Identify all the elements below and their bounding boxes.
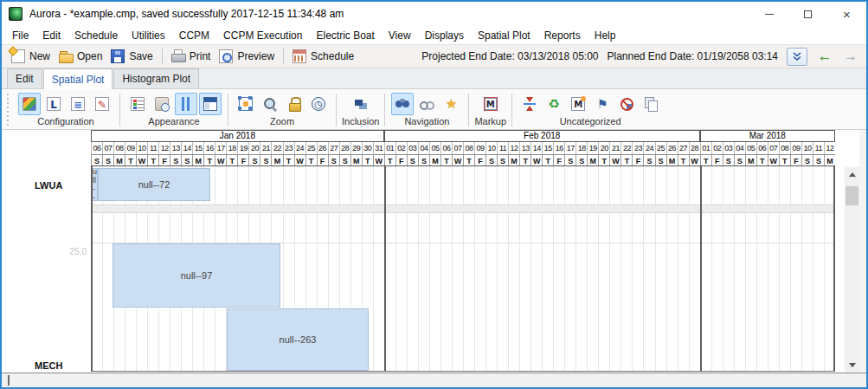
day-gridline [418,166,419,371]
date-cell: 05 [745,142,756,154]
horizontal-scrollbar[interactable] [2,373,866,387]
day-letter-cell: S [418,155,429,165]
date-cell: 04 [418,142,429,154]
next-arrow-button[interactable]: → [842,49,859,63]
edit-pen-button[interactable]: ✎ [91,93,113,115]
edit-pen-icon: ✎ [95,97,109,111]
no-entry-button[interactable] [615,93,638,115]
day-gridline [768,166,768,371]
tab-edit[interactable]: Edit [7,68,42,88]
minimize-button[interactable] [749,2,788,26]
vertical-scrollbar[interactable] [845,167,859,373]
lock-button[interactable] [283,93,305,115]
expand-dates-button[interactable] [787,48,807,66]
day-letter-cell: S [102,155,113,165]
day-gridline [678,166,678,371]
flag-resize-button[interactable]: ⚑ [591,93,614,115]
schedule-icon [293,49,306,63]
task-bar[interactable]: null--263 [227,308,369,371]
save-button-label: Save [129,50,152,62]
menu-item-view[interactable]: View [382,27,418,44]
menu-item-spatial-plot[interactable]: Spatial Plot [471,27,537,44]
label-l-button[interactable]: L [42,93,65,115]
day-gridline [643,166,644,371]
flag-resize-icon: ⚑ [595,97,609,111]
stamp-clock-button[interactable] [151,93,173,115]
vertical-bars-button[interactable] [175,93,197,115]
tab-histogram-plot[interactable]: Histogram Plot [113,68,199,88]
menu-item-edit[interactable]: Edit [35,27,68,44]
link-button[interactable] [415,93,438,115]
menu-item-file[interactable]: File [5,27,35,44]
menu-item-help[interactable]: Help [588,27,623,44]
magnifier-button[interactable] [259,93,281,115]
menu-item-ccpm[interactable]: CCPM [172,27,216,44]
schedule-button[interactable]: Schedule [288,48,358,65]
double-chevron-down-icon [792,51,802,62]
schedule-button-label: Schedule [311,50,354,62]
day-letter-cell: S [248,155,260,165]
menu-item-electric-boat[interactable]: Electric Boat [309,27,381,44]
clock-dropdown-button[interactable]: ◷ [307,93,330,115]
plot-left-border [91,166,93,371]
date-cell: 13 [519,142,530,154]
inclusion-blocks-icon [354,97,368,111]
print-button[interactable]: Print [167,48,215,65]
chart-config-button[interactable] [18,93,41,115]
clock-dropdown-icon: ◷ [312,97,325,111]
markup-m-button[interactable]: M [479,93,502,115]
task-bar[interactable]: null--72 [98,168,210,201]
split-arrows-button[interactable] [518,93,541,115]
new-button[interactable]: New [7,48,55,65]
day-letter-cell: S [260,155,271,165]
magnifier-icon [263,97,277,111]
scrollbar-thumb[interactable] [845,186,858,205]
binoculars-button[interactable] [391,93,414,115]
menu-item-displays[interactable]: Displays [418,27,471,44]
previous-arrow-button[interactable]: ← [816,49,833,63]
day-letter-cell: F [158,155,170,165]
day-gridline [655,166,656,371]
save-button[interactable]: Save [106,48,157,65]
day-letter-cell: S [734,155,745,165]
copy-pages-button[interactable] [640,93,662,115]
day-letter-cell: T [700,155,711,165]
legend-colors-icon [131,97,145,111]
layout-button[interactable] [199,93,222,115]
m-badge-button[interactable]: M [567,93,589,115]
day-gridline [407,166,408,371]
day-gridline [632,166,633,371]
zoom-region-button[interactable] [235,93,257,115]
legend-colors-button[interactable] [126,93,149,115]
inclusion-blocks-button[interactable] [350,93,372,115]
scroll-down-button[interactable] [845,358,859,373]
list-button[interactable]: ≡ [67,93,89,115]
open-button[interactable]: Open [55,48,106,65]
preview-button[interactable]: Preview [215,48,279,65]
day-gridline [609,166,610,371]
date-cell: 30 [362,142,373,154]
ribbon-group-configuration: L≡✎Configuration [13,91,119,129]
day-gridline [824,166,825,371]
date-cell: 17 [564,142,575,154]
save-icon [111,49,125,63]
day-letter-cell: S [564,155,575,165]
scroll-up-button[interactable] [845,167,859,182]
day-letter-cell: T [756,155,768,165]
day-gridline [542,166,543,371]
toolbar-gripper[interactable] [5,94,11,126]
date-cell: 12 [824,142,835,154]
menu-item-reports[interactable]: Reports [537,27,588,44]
maximize-button[interactable] [788,2,827,26]
refresh-button[interactable]: ♻ [543,93,565,115]
day-letter-cell: S [723,155,734,165]
day-letter-cell: M [429,155,440,165]
menu-item-ccpm-execution[interactable]: CCPM Execution [216,27,309,44]
task-bar[interactable]: null--97 [113,243,280,308]
tab-spatial-plot[interactable]: Spatial Plot [43,68,113,89]
close-button[interactable]: × [827,2,866,26]
menu-item-schedule[interactable]: Schedule [68,27,125,44]
menu-item-utilities[interactable]: Utilities [125,27,172,44]
date-cell: 12 [158,142,170,154]
star-button[interactable]: ★ [440,93,462,115]
